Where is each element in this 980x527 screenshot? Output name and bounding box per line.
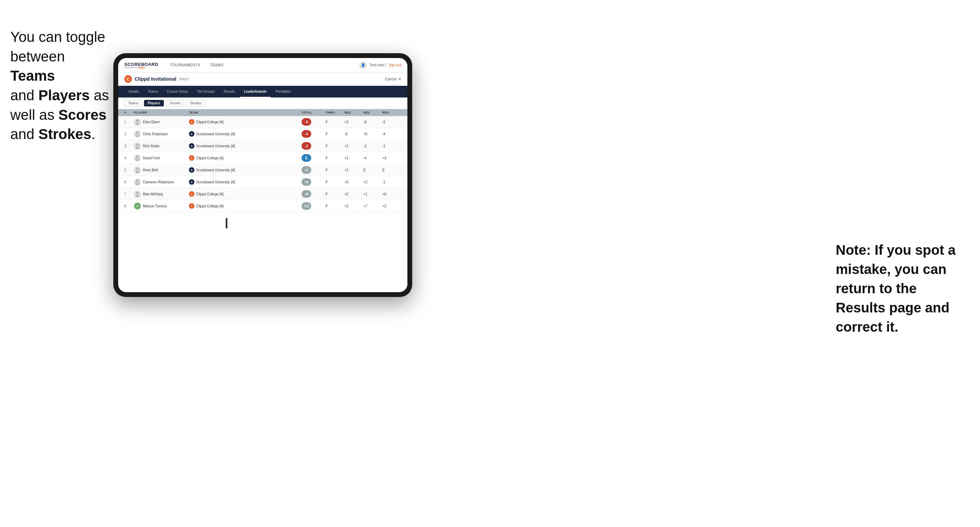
team-logo-6: S (189, 179, 194, 185)
tournament-logo: C (124, 75, 132, 83)
tab-teams[interactable]: Teams (144, 86, 162, 97)
avatar-1 (134, 119, 141, 125)
header-nav: TOURNAMENTS TEAMS (165, 58, 359, 73)
svg-point-10 (135, 171, 140, 173)
team-col-2: S Scoreboard University [A] (189, 131, 302, 137)
tab-results[interactable]: Results (220, 86, 239, 97)
right-annotation: Note: If you spot a mistake, you can ret… (836, 240, 966, 337)
svg-point-9 (136, 168, 139, 170)
toggle-strokes-button[interactable]: Strokes (186, 100, 205, 106)
rd3-1: -5 (382, 120, 401, 124)
player-name-5: Rees Britt (134, 167, 189, 173)
user-icon: 👤 (359, 62, 367, 69)
avatar-6 (134, 179, 141, 186)
toggle-players-button[interactable]: Players (144, 100, 164, 106)
header-right: 👤 Test User | Sign out (359, 62, 401, 69)
player-name-2: Chris Robertson (134, 130, 189, 137)
team-logo-8: C (189, 203, 194, 209)
svg-point-7 (136, 156, 139, 158)
toggle-scores-button[interactable]: Scores (166, 100, 184, 106)
score-badge-8: +11 (302, 202, 311, 210)
team-col-7: C Clippd College [A] (189, 191, 302, 197)
team-col-6: S Scoreboard University [A] (189, 179, 302, 185)
toggle-teams-button[interactable]: Teams (124, 100, 142, 106)
team-logo-5: S (189, 167, 194, 173)
rd2-5: E (363, 168, 382, 172)
col-player: PLAYER (134, 111, 189, 114)
table-row: 2 Chris Robertson S Scoreboard Universit… (118, 128, 407, 140)
table-row: 8 MT Marcus Turners C Clippd College [A]… (118, 200, 407, 212)
thru-8: F (326, 204, 345, 208)
rd3-5: E (382, 168, 401, 172)
team-col-3: S Scoreboard University [A] (189, 143, 302, 149)
score-badge-6: +4 (302, 178, 311, 186)
thru-4: F (326, 156, 345, 160)
svg-point-14 (135, 195, 140, 197)
col-rd2: RD2 (363, 111, 382, 114)
cancel-icon: ✕ (398, 77, 401, 81)
tablet-screen: SCOREBOARD Powered by clippd TOURNAMENTS… (118, 58, 407, 292)
rank-4: 4 (124, 156, 134, 160)
tab-printables[interactable]: Printables (271, 86, 295, 97)
note-label: Note: If you spot a mistake, you can ret… (836, 242, 956, 334)
rd2-7: +1 (363, 192, 382, 196)
svg-point-6 (135, 147, 140, 149)
tab-leaderboards[interactable]: Leaderboards (240, 86, 270, 97)
scores-bold: Scores (58, 107, 107, 123)
avatar-5 (134, 167, 141, 173)
rd3-3: -1 (382, 144, 401, 148)
svg-point-12 (135, 183, 140, 186)
svg-point-5 (136, 143, 139, 146)
svg-point-13 (136, 192, 139, 194)
nav-tournaments[interactable]: TOURNAMENTS (165, 58, 205, 73)
rd2-1: -6 (363, 120, 382, 124)
team-col-8: C Clippd College [A] (189, 203, 302, 209)
table-row: 5 Rees Britt S Scoreboard University [A]… (118, 164, 407, 176)
svg-point-11 (136, 179, 139, 182)
avatar-8: MT (134, 203, 141, 210)
score-badge-2: -4 (302, 130, 311, 138)
team-col-1: C Clippd College [A] (189, 119, 302, 125)
clippd-brand: clippd (138, 66, 145, 69)
tab-course-setup[interactable]: Course Setup (163, 86, 192, 97)
logo-area: SCOREBOARD Powered by clippd (124, 62, 158, 69)
player-name-3: Rich Butler (134, 143, 189, 149)
team-col-5: S Scoreboard University [A] (189, 167, 302, 173)
rank-8: 8 (124, 204, 134, 208)
table-row: 4 David Ford C Clippd College [A] E F +1… (118, 152, 407, 164)
col-rd1: RD1 (345, 111, 363, 114)
col-rank: # (124, 111, 134, 114)
thru-5: F (326, 168, 345, 172)
rd2-6: +2 (363, 180, 382, 184)
rd1-6: +5 (345, 180, 363, 184)
rank-6: 6 (124, 180, 134, 184)
avatar-2 (134, 130, 141, 137)
team-logo-4: C (189, 155, 194, 161)
sign-out-link[interactable]: Sign out (388, 63, 401, 67)
rd1-2: -5 (345, 132, 363, 136)
rd3-7: +6 (382, 192, 401, 196)
svg-point-8 (135, 159, 140, 161)
rd1-5: +1 (345, 168, 363, 172)
player-name-7: Blair McHarg (134, 190, 189, 197)
table-header: # PLAYER TEAM TOTAL THRU RD1 RD2 RD3 (118, 109, 407, 116)
thru-7: F (326, 192, 345, 196)
svg-point-3 (136, 132, 139, 134)
tab-tee-groups[interactable]: Tee Groups (193, 86, 219, 97)
leaderboard-table: # PLAYER TEAM TOTAL THRU RD1 RD2 RD3 1 E… (118, 109, 407, 292)
svg-point-1 (136, 119, 139, 122)
nav-teams[interactable]: TEAMS (205, 58, 228, 73)
user-name: Test User | (370, 63, 386, 67)
cancel-button[interactable]: Cancel ✕ (385, 77, 401, 81)
rd2-2: +5 (363, 132, 382, 136)
player-name-6: Cameron Robertson (134, 179, 189, 186)
score-badge-7: +6 (302, 190, 311, 198)
tab-details[interactable]: Details (124, 86, 143, 97)
table-row: 7 Blair McHarg C Clippd College [A] +6 F… (118, 188, 407, 200)
players-bold: Players (38, 87, 90, 103)
tournament-header: C Clippd Invitational (Men) Cancel ✕ (118, 73, 407, 86)
rank-5: 5 (124, 168, 134, 172)
table-row: 6 Cameron Robertson S Scoreboard Univers… (118, 176, 407, 188)
team-logo-1: C (189, 119, 194, 125)
team-logo-2: S (189, 131, 194, 137)
